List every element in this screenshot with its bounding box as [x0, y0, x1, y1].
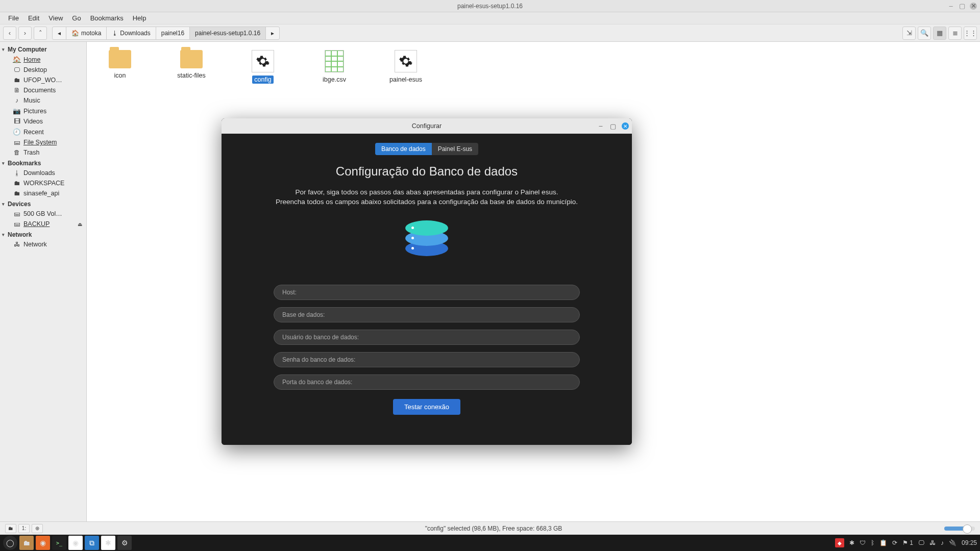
sidebar-item-downloads[interactable]: ⭳Downloads: [0, 168, 86, 178]
nav-back-button[interactable]: ‹: [3, 27, 16, 40]
tray-network-icon[interactable]: 🖧: [929, 539, 936, 546]
sidebar-item-pictures[interactable]: 📷Pictures: [0, 106, 86, 116]
dialog-maximize-icon[interactable]: ▢: [609, 122, 617, 130]
menu-view[interactable]: View: [44, 13, 67, 23]
port-field[interactable]: [274, 374, 580, 390]
toolbar: ‹ › ˄ ◂ 🏠 motoka ⭳ Downloads painel16 pa…: [0, 24, 980, 42]
sidebar-item-sinasefe[interactable]: 🖿sinasefe_api: [0, 188, 86, 198]
disk-icon: 🖴: [13, 139, 20, 146]
user-field[interactable]: [274, 330, 580, 345]
taskbar-vscode[interactable]: ⧉: [85, 536, 99, 550]
tray-shield-icon[interactable]: 🛡: [860, 539, 866, 546]
host-field[interactable]: [274, 285, 580, 300]
search-button[interactable]: 🔍: [918, 27, 931, 40]
dialog-close-icon[interactable]: ✕: [622, 122, 629, 130]
sidebar-item-videos[interactable]: 🎞Videos: [0, 116, 86, 127]
taskbar-slack[interactable]: ✱: [101, 536, 115, 550]
menu-go[interactable]: Go: [68, 13, 85, 23]
file-ibge-csv[interactable]: ibge.csv: [311, 50, 357, 84]
toggle-path-button[interactable]: ⇲: [902, 27, 916, 40]
tray-clipboard-icon[interactable]: 📋: [879, 539, 887, 546]
crumb-home[interactable]: 🏠 motoka: [66, 27, 107, 39]
sidebar-item-trash[interactable]: 🗑Trash: [0, 147, 86, 158]
disk-icon: 🖴: [13, 220, 20, 228]
nav-up-button[interactable]: ˄: [34, 27, 47, 40]
eject-icon[interactable]: ⏏: [78, 221, 82, 227]
sidebar-item-music[interactable]: ♪Music: [0, 95, 86, 106]
tray-clock[interactable]: 09:25: [962, 539, 977, 546]
menu-edit[interactable]: Edit: [24, 13, 43, 23]
nav-forward-button[interactable]: ›: [18, 27, 32, 40]
crumb-prev[interactable]: ◂: [53, 27, 66, 39]
file-icon-folder[interactable]: icon: [97, 50, 143, 80]
gear-icon: [395, 50, 417, 72]
tray-bluetooth-icon[interactable]: ᛒ: [871, 539, 874, 546]
maximize-icon[interactable]: ▢: [959, 3, 966, 10]
menu-help[interactable]: Help: [129, 13, 151, 23]
dialog-minimize-icon[interactable]: –: [597, 122, 604, 130]
view-icons-button[interactable]: ▦: [933, 27, 946, 40]
minimize-icon[interactable]: –: [947, 3, 954, 10]
sidebar-item-workspace[interactable]: 🖿WORKSPACE: [0, 178, 86, 188]
statusbar: 🖿 1: ⊕ "config" selected (98,6 MB), Free…: [0, 521, 980, 535]
menu-bookmarks[interactable]: Bookmarks: [86, 13, 128, 23]
crumb-next[interactable]: ▸: [266, 27, 279, 39]
sidebar-section-devices[interactable]: Devices: [0, 198, 86, 209]
taskbar-chrome[interactable]: ◉: [68, 536, 83, 550]
spreadsheet-icon: [325, 50, 344, 72]
sidebar-item-network[interactable]: 🖧Network: [0, 239, 86, 249]
zoom-slider[interactable]: [944, 527, 975, 531]
taskbar-settings[interactable]: ⚙: [117, 536, 132, 550]
database-field[interactable]: [274, 307, 580, 322]
tray-power-icon[interactable]: 🔌: [949, 539, 957, 546]
view-list-button[interactable]: ≣: [948, 27, 962, 40]
test-connection-button[interactable]: Testar conexão: [393, 399, 460, 415]
tray-updates-icon[interactable]: ⟳: [892, 539, 897, 546]
sidebar-item-recent[interactable]: 🕘Recent: [0, 127, 86, 137]
taskbar-terminal[interactable]: >_: [52, 536, 66, 550]
tab-painel-esus[interactable]: Painel E-sus: [432, 143, 478, 155]
folder-icon: 🖿: [13, 180, 20, 187]
tray-anydesk-icon[interactable]: ◆: [835, 538, 844, 547]
view-compact-button[interactable]: ⋮⋮: [964, 27, 977, 40]
dialog-tabs: Banco de dados Painel E-sus: [375, 143, 478, 155]
file-painel-esus[interactable]: painel-esus: [383, 50, 429, 84]
sidebar-item-ufop[interactable]: 🖿UFOP_WO…: [0, 75, 86, 85]
statusbar-button-3[interactable]: ⊕: [32, 524, 43, 533]
tray-display-icon[interactable]: 🖵: [918, 539, 924, 546]
file-static-files[interactable]: static-files: [168, 50, 214, 80]
tab-banco-de-dados[interactable]: Banco de dados: [375, 143, 432, 155]
sidebar-item-filesystem[interactable]: 🖴File System: [0, 137, 86, 147]
tray-sound-icon[interactable]: ♪: [941, 539, 944, 546]
crumb-downloads[interactable]: ⭳ Downloads: [107, 27, 156, 39]
statusbar-button-2[interactable]: 1:: [18, 524, 30, 533]
password-field[interactable]: [274, 352, 580, 367]
tray-notification-icon[interactable]: ⚑ 1: [902, 539, 913, 546]
tray-slack-icon[interactable]: ✱: [849, 539, 854, 546]
close-icon[interactable]: ✕: [970, 3, 977, 10]
doc-icon: 🗎: [13, 87, 20, 94]
sidebar-item-documents[interactable]: 🗎Documents: [0, 85, 86, 95]
taskbar-firefox[interactable]: ◉: [36, 536, 50, 550]
menu-file[interactable]: File: [4, 13, 23, 23]
sidebar-section-network[interactable]: Network: [0, 229, 86, 239]
sidebar-item-500gb[interactable]: 🖴500 GB Vol…: [0, 209, 86, 219]
taskbar-files[interactable]: 🖿: [19, 536, 34, 550]
dialog-title: Configurar: [412, 122, 442, 130]
breadcrumb: ◂ 🏠 motoka ⭳ Downloads painel16 painel-e…: [52, 27, 280, 40]
sidebar-section-mycomputer[interactable]: My Computer: [0, 44, 86, 54]
folder-icon: [180, 50, 203, 68]
file-config[interactable]: config: [240, 50, 286, 84]
dialog-titlebar[interactable]: Configurar – ▢ ✕: [222, 118, 632, 134]
db-form: [274, 285, 580, 390]
sidebar-item-backup[interactable]: 🖴BACKUP⏏: [0, 219, 86, 229]
music-icon: ♪: [13, 97, 20, 104]
statusbar-button-1[interactable]: 🖿: [5, 524, 16, 533]
sidebar-item-desktop[interactable]: 🖵Desktop: [0, 65, 86, 75]
picture-icon: 📷: [13, 107, 20, 115]
crumb-painel16[interactable]: painel16: [156, 27, 190, 39]
sidebar-item-home[interactable]: 🏠Home: [0, 54, 86, 65]
crumb-current[interactable]: painel-esus-setup1.0.16: [190, 27, 266, 39]
sidebar-section-bookmarks[interactable]: Bookmarks: [0, 158, 86, 168]
start-menu-button[interactable]: ◯: [3, 536, 17, 550]
